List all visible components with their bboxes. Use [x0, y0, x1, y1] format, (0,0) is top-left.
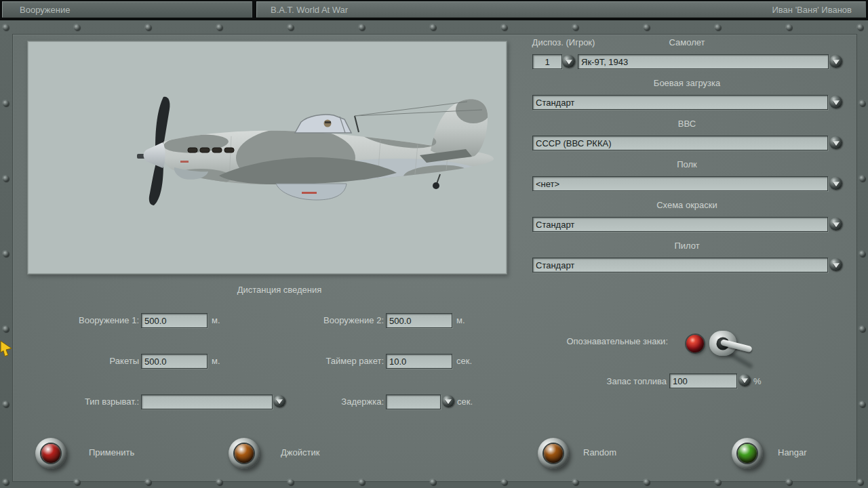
app-title: B.A.T. World At War	[271, 5, 348, 15]
airforce-input[interactable]	[532, 136, 828, 150]
rockets-label: Ракеты	[31, 356, 139, 367]
delay-label: Задержка:	[275, 396, 384, 407]
pilot-dropdown-icon[interactable]	[829, 258, 842, 271]
screw-icon	[288, 479, 294, 485]
screw-icon	[359, 479, 365, 485]
delay-input[interactable]	[386, 394, 441, 409]
pilot-input[interactable]	[532, 258, 828, 272]
regiment-input[interactable]	[532, 176, 828, 191]
screw-icon	[644, 24, 650, 30]
screw-icon	[3, 251, 9, 257]
screw-icon	[786, 24, 792, 30]
loadout-dropdown-icon[interactable]	[829, 96, 842, 108]
weapon1-input[interactable]	[141, 313, 208, 328]
paint-scheme-input[interactable]	[532, 217, 828, 232]
regiment-dropdown-icon[interactable]	[829, 177, 842, 190]
hangar-button-label: Hangar	[778, 447, 807, 458]
screw-icon	[859, 326, 865, 332]
aircraft-input[interactable]	[578, 54, 829, 69]
joystick-button[interactable]	[229, 438, 260, 469]
screw-icon	[501, 24, 507, 30]
delay-dropdown-icon[interactable]	[442, 395, 454, 407]
screw-icon	[3, 176, 9, 182]
weapon1-label: Вооружение 1:	[31, 315, 139, 326]
screw-icon	[3, 100, 9, 106]
pilot-label: Пилот	[532, 241, 842, 251]
fuel-unit: %	[753, 376, 762, 387]
arming-screen: Вооружение B.A.T. World At War Иван 'Ван…	[0, 0, 868, 488]
screw-icon	[715, 479, 721, 485]
screw-icon	[572, 479, 578, 485]
screw-icon	[859, 100, 865, 106]
fuel-label: Запас топлива	[531, 376, 667, 387]
apply-button[interactable]	[35, 438, 66, 469]
mouse-cursor-icon	[0, 340, 14, 358]
rockets-input[interactable]	[141, 354, 208, 369]
airforce-label: ВВС	[532, 119, 842, 129]
screw-icon	[74, 24, 80, 30]
screw-icon	[3, 326, 9, 332]
delay-unit: сек.	[457, 396, 473, 407]
fuse-type-label: Тип взрыват.:	[31, 396, 139, 407]
screw-icon	[3, 401, 9, 407]
random-button[interactable]	[538, 438, 569, 469]
fuel-dropdown-icon[interactable]	[738, 374, 751, 386]
yak-9t-side-view	[28, 41, 507, 274]
convergence-title: Дистанция сведения	[76, 285, 483, 296]
weapon2-unit: м.	[456, 315, 465, 326]
screw-icon	[145, 24, 151, 30]
paint-scheme-dropdown-icon[interactable]	[829, 218, 842, 230]
markings-label: Опознавательные знаки:	[526, 336, 668, 347]
screw-icon	[288, 24, 294, 30]
aircraft-preview-image	[27, 41, 507, 274]
tab-armament-label: Вооружение	[20, 5, 70, 15]
weapon1-unit: м.	[212, 315, 220, 326]
rocket-timer-label: Таймер ракет:	[275, 356, 384, 367]
loadout-input[interactable]	[532, 95, 828, 110]
random-button-lamp-icon	[544, 444, 563, 463]
loadout-label: Боевая загрузка	[532, 78, 842, 89]
hangar-button[interactable]	[732, 438, 763, 469]
screw-icon	[857, 479, 863, 485]
screw-icon	[715, 24, 721, 30]
joystick-button-label: Джойстик	[281, 447, 319, 458]
aircraft-dropdown-icon[interactable]	[829, 55, 842, 68]
screw-icon	[3, 24, 9, 30]
screw-icon	[859, 176, 865, 182]
screw-icon	[359, 24, 365, 30]
screw-icon	[74, 479, 80, 485]
rocket-timer-unit: сек.	[456, 356, 472, 367]
screw-icon	[216, 24, 222, 30]
screw-icon	[644, 479, 650, 485]
markings-indicator-lamp-icon	[686, 335, 704, 352]
screw-icon	[857, 24, 863, 30]
screw-icon	[430, 24, 436, 30]
screw-icon	[430, 479, 436, 485]
paint-scheme-label: Схема окраски	[532, 200, 842, 211]
hangar-button-lamp-icon	[738, 444, 757, 463]
weapon2-label: Вооружение 2:	[275, 315, 384, 326]
fuel-input[interactable]	[669, 373, 737, 388]
screw-icon	[786, 479, 792, 485]
apply-button-lamp-icon	[41, 444, 60, 463]
rockets-unit: м.	[212, 356, 220, 367]
top-menu-bar: Вооружение B.A.T. World At War Иван 'Ван…	[0, 0, 868, 19]
tab-armament[interactable]: Вооружение	[2, 1, 252, 18]
screw-icon	[501, 479, 507, 485]
fuse-type-input[interactable]	[141, 394, 273, 409]
screw-icon	[145, 479, 151, 485]
weapon2-input[interactable]	[386, 313, 452, 328]
airforce-dropdown-icon[interactable]	[829, 136, 842, 149]
regiment-label: Полк	[532, 159, 842, 170]
screw-icon	[859, 401, 865, 407]
screw-icon	[572, 24, 578, 30]
rocket-timer-input[interactable]	[386, 354, 452, 369]
player-name: Иван 'Ваня' Иванов	[772, 5, 852, 15]
joystick-button-lamp-icon	[235, 444, 254, 463]
slot-dropdown-icon[interactable]	[562, 55, 575, 68]
screw-icon	[3, 479, 9, 485]
title-strip: B.A.T. World At War Иван 'Ваня' Иванов	[256, 1, 866, 18]
aircraft-label: Самолет	[532, 37, 842, 48]
screw-icon	[216, 479, 222, 485]
slot-input[interactable]	[532, 54, 562, 69]
